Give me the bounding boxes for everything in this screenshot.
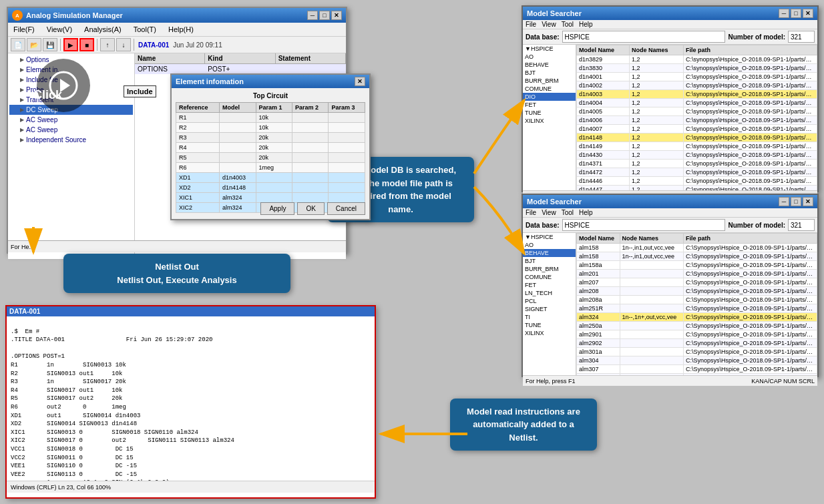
- netlist-content[interactable]: .$ Em # .TITLE DATA-001 Fri Jun 26 15:29…: [7, 316, 375, 481]
- run-btn[interactable]: ▶: [63, 38, 78, 51]
- table-row[interactable]: alm307C:\Synopsys\Hspice_O-2018.09-SP1-1…: [577, 365, 817, 374]
- m2-restore[interactable]: □: [791, 197, 801, 206]
- m1-close[interactable]: ✕: [803, 9, 813, 18]
- tree-ac-sweep[interactable]: ▶AC Sweep: [9, 115, 133, 125]
- table-row[interactable]: d1n41491,2C:\synopsys\Hspice_O-2018.09-S…: [577, 142, 817, 151]
- table-row[interactable]: alm208aC:\Synopsys\Hspice_O-2018.09-SP1-…: [577, 296, 817, 304]
- table-row[interactable]: d1n40061,2C:\synopsys\Hspice_O-2018.09-S…: [577, 116, 817, 125]
- tree-ind-source[interactable]: ▶Independent Source: [9, 135, 133, 145]
- table-row[interactable]: d1n38301,2C:\synopsys\Hspice_O-2018.09-S…: [577, 64, 817, 73]
- m1-item-tune[interactable]: TUNE: [523, 109, 576, 117]
- m2-item-hspice[interactable]: ▼HSPICE: [523, 233, 576, 241]
- m2-num-input[interactable]: [788, 219, 815, 231]
- table-row[interactable]: alm158aC:\Synopsys\Hspice_O-2018.09-SP1-…: [577, 261, 817, 270]
- table-row[interactable]: d1n44721,2C:\synopsys\Hspice_O-2018.09-S…: [577, 168, 817, 177]
- m1-item-burr[interactable]: BURR_BRM: [523, 77, 576, 85]
- table-row[interactable]: alm2902C:\Synopsys\Hspice_O-2018.09-SP1-…: [577, 339, 817, 348]
- m2-item-fet[interactable]: FET: [523, 281, 576, 289]
- table-row-alm324-1[interactable]: alm3241n--,1n+,out,vcc,veeC:\Synopsys\Hs…: [577, 313, 817, 322]
- table-row[interactable]: d1n44461,2C:\synopsys\Hspice_O-2018.09-S…: [577, 177, 817, 186]
- m2-item-burr[interactable]: BURR_BRM: [523, 265, 576, 273]
- table-row[interactable]: d1n44301,2C:\synopsys\Hspice_O-2018.09-S…: [577, 151, 817, 160]
- minimize-btn[interactable]: ─: [307, 11, 318, 20]
- menu-tool[interactable]: Tool(T): [131, 24, 159, 35]
- m1-item-hspice[interactable]: ▼HSPICE: [523, 45, 576, 53]
- m2-menu-file[interactable]: File: [526, 209, 536, 216]
- m1-item-behave[interactable]: BEHAVE: [523, 61, 576, 69]
- table-row-xd1[interactable]: XD1d1n4003: [176, 173, 365, 183]
- m1-num-input[interactable]: [788, 31, 815, 43]
- m1-search-input[interactable]: [562, 31, 726, 43]
- table-row[interactable]: d1n43711,2C:\synopsys\Hspice_O-2018.09-S…: [577, 160, 817, 168]
- table-row[interactable]: alm201C:\Synopsys\Hspice_O-2018.09-SP1-1…: [577, 270, 817, 278]
- table-row-xd2[interactable]: XD2d1n4148: [176, 183, 365, 193]
- m2-item-ao[interactable]: AO: [523, 241, 576, 249]
- dialog-controls[interactable]: ✕: [355, 77, 365, 86]
- ok-btn[interactable]: OK: [297, 202, 324, 215]
- m2-search-input[interactable]: [562, 219, 726, 231]
- table-row[interactable]: alm207C:\Synopsys\Hspice_O-2018.09-SP1-1…: [577, 278, 817, 287]
- table-row[interactable]: d1n40011,2C:\synopsys\Hspice_O-2018.09-S…: [577, 73, 817, 81]
- table-row-xic1[interactable]: XIC1alm324: [176, 193, 365, 203]
- table-row[interactable]: alm208C:\Synopsys\Hspice_O-2018.09-SP1-1…: [577, 287, 817, 296]
- table-row[interactable]: d1n40041,2C:\synopsys\Hspice_O-2018.09-S…: [577, 99, 817, 107]
- table-row[interactable]: d1n40071,2C:\synopsys\Hspice_O-2018.09-S…: [577, 125, 817, 134]
- m1-menu-view[interactable]: View: [542, 21, 556, 28]
- m2-close[interactable]: ✕: [803, 197, 813, 206]
- m2-item-signet[interactable]: SIGNET: [523, 305, 576, 313]
- win-controls[interactable]: ─ □ ✕: [307, 11, 342, 20]
- table-row-4003[interactable]: d1n40031,2C:\synopsys\Hspice_O-2018.09-S…: [577, 90, 817, 99]
- m1-item-comune[interactable]: COMUNE: [523, 85, 576, 93]
- m2-item-tune[interactable]: TUNE: [523, 321, 576, 329]
- m2-menu-tool[interactable]: Tool: [562, 209, 574, 216]
- table-row[interactable]: alm1581n--,in1,out,vcc,veeC:\Synopsys\Hs…: [577, 244, 817, 252]
- m2-item-behave[interactable]: BEHAVE: [523, 249, 576, 257]
- table-row[interactable]: alm250aC:\Synopsys\Hspice_O-2018.09-SP1-…: [577, 322, 817, 330]
- table-row-4148[interactable]: d1n41481,2C:\synopsys\Hspice_O-2018.09-S…: [577, 134, 817, 142]
- m2-item-xilinx[interactable]: XILINX: [523, 329, 576, 337]
- restore-btn[interactable]: □: [319, 11, 330, 20]
- m1-item-xilinx[interactable]: XILINX: [523, 117, 576, 125]
- table-row[interactable]: d1n44471,2C:\synopsys\Hspice_O-2018.09-S…: [577, 186, 817, 191]
- m2-menu-help[interactable]: Help: [579, 209, 593, 216]
- click-overlay[interactable]: [37, 59, 90, 112]
- table-row[interactable]: alm2901C:\Synopsys\Hspice_O-2018.09-SP1-…: [577, 330, 817, 339]
- m1-item-fet[interactable]: FET: [523, 101, 576, 109]
- table-row[interactable]: alm1581n--,in1,out,vcc,veeC:\Synopsys\Hs…: [577, 252, 817, 261]
- m2-item-ti[interactable]: TI: [523, 313, 576, 321]
- dialog-close-btn[interactable]: ✕: [355, 77, 365, 86]
- model1-controls[interactable]: ─ □ ✕: [779, 9, 813, 18]
- table-row[interactable]: d1n40021,2C:\synopsys\Hspice_O-2018.09-S…: [577, 81, 817, 90]
- m2-item-comune[interactable]: COMUNE: [523, 273, 576, 281]
- m1-item-dio[interactable]: DIO: [523, 93, 576, 101]
- stop-btn[interactable]: ■: [79, 38, 94, 51]
- m1-item-bjt[interactable]: BJT: [523, 69, 576, 77]
- table-row[interactable]: d1n40051,2C:\synopsys\Hspice_O-2018.09-S…: [577, 107, 817, 116]
- m1-restore[interactable]: □: [791, 9, 801, 18]
- open-btn[interactable]: 📂: [27, 38, 41, 51]
- table-row[interactable]: d1n38291,2C:\synopsys\Hspice_O-2018.09-S…: [577, 55, 817, 64]
- table-row[interactable]: alm251RC:\Synopsys\Hspice_O-2018.09-SP1-…: [577, 304, 817, 313]
- m1-menu-help[interactable]: Help: [579, 21, 593, 28]
- m1-item-ao[interactable]: AO: [523, 53, 576, 61]
- table-row[interactable]: alm304C:\Synopsys\Hspice_O-2018.09-SP1-1…: [577, 356, 817, 365]
- up-btn[interactable]: ↑: [100, 38, 115, 51]
- m2-item-pcl[interactable]: PCL: [523, 297, 576, 305]
- cancel-btn[interactable]: Cancel: [327, 202, 365, 215]
- m2-item-bjt[interactable]: BJT: [523, 257, 576, 265]
- apply-btn[interactable]: Apply: [260, 202, 294, 215]
- m1-menu-tool[interactable]: Tool: [562, 21, 574, 28]
- menu-help[interactable]: Help(H): [166, 24, 196, 35]
- tree-ac-sweep2[interactable]: ▶AC Sweep: [9, 125, 133, 135]
- menu-view[interactable]: View(V): [44, 24, 75, 35]
- close-btn[interactable]: ✕: [331, 11, 342, 20]
- table-row[interactable]: alm308C:\Synopsys\Hspice_O-2018.09-SP1-1…: [577, 374, 817, 376]
- menu-analysis[interactable]: Analysis(A): [81, 24, 124, 35]
- m1-menu-file[interactable]: File: [526, 21, 536, 28]
- save-btn[interactable]: 💾: [43, 38, 57, 51]
- down-btn[interactable]: ↓: [116, 38, 131, 51]
- new-btn[interactable]: 📄: [11, 38, 25, 51]
- table-row[interactable]: alm301aC:\Synopsys\Hspice_O-2018.09-SP1-…: [577, 348, 817, 356]
- m2-minimize[interactable]: ─: [779, 197, 789, 206]
- m2-item-ln[interactable]: LN_TECH: [523, 289, 576, 297]
